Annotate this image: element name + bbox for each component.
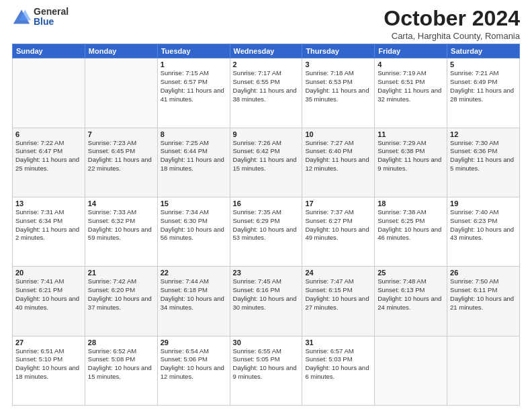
day-number: 12: [450, 130, 517, 138]
calendar-cell: 28 Sunrise: 6:52 AM Sunset: 5:08 PM Dayl…: [85, 336, 157, 405]
day-info: Sunrise: 7:19 AM Sunset: 6:51 PM Dayligh…: [378, 69, 444, 103]
daylight-text: Daylight: 10 hours and 56 minutes.: [161, 226, 224, 242]
calendar-cell: 14 Sunrise: 7:33 AM Sunset: 6:32 PM Dayl…: [85, 197, 157, 266]
daylight-text: Daylight: 10 hours and 24 minutes.: [378, 295, 441, 311]
day-number: 9: [233, 130, 300, 138]
day-info: Sunrise: 7:23 AM Sunset: 6:45 PM Dayligh…: [88, 139, 154, 173]
daylight-text: Daylight: 10 hours and 43 minutes.: [450, 226, 514, 242]
calendar-week-row: 13 Sunrise: 7:31 AM Sunset: 6:34 PM Dayl…: [13, 197, 520, 266]
calendar-cell: 22 Sunrise: 7:44 AM Sunset: 6:18 PM Dayl…: [157, 267, 230, 336]
sunrise-text: Sunrise: 7:18 AM: [305, 69, 353, 77]
day-info: Sunrise: 7:48 AM Sunset: 6:13 PM Dayligh…: [378, 277, 444, 312]
calendar-cell: 4 Sunrise: 7:19 AM Sunset: 6:51 PM Dayli…: [375, 58, 447, 128]
daylight-text: Daylight: 10 hours and 12 minutes.: [161, 364, 224, 380]
daylight-text: Daylight: 11 hours and 18 minutes.: [161, 156, 224, 172]
calendar-cell: 30 Sunrise: 6:55 AM Sunset: 5:05 PM Dayl…: [230, 336, 302, 405]
calendar-cell: [447, 336, 520, 405]
sunset-text: Sunset: 6:32 PM: [88, 217, 135, 224]
day-info: Sunrise: 6:51 AM Sunset: 5:10 PM Dayligh…: [15, 347, 82, 381]
calendar-cell: 7 Sunrise: 7:23 AM Sunset: 6:45 PM Dayli…: [85, 128, 157, 197]
daylight-text: Daylight: 10 hours and 49 minutes.: [305, 226, 369, 242]
daylight-text: Daylight: 11 hours and 28 minutes.: [450, 87, 514, 103]
calendar-cell: [85, 58, 157, 128]
sunrise-text: Sunrise: 7:35 AM: [233, 208, 281, 216]
sunrise-text: Sunrise: 7:27 AM: [305, 139, 353, 146]
day-info: Sunrise: 7:33 AM Sunset: 6:32 PM Dayligh…: [88, 208, 154, 242]
daylight-text: Daylight: 10 hours and 46 minutes.: [378, 226, 441, 242]
sunrise-text: Sunrise: 7:33 AM: [88, 208, 136, 216]
sunrise-text: Sunrise: 7:47 AM: [305, 277, 353, 285]
sunrise-text: Sunrise: 7:23 AM: [88, 139, 136, 146]
daylight-text: Daylight: 10 hours and 37 minutes.: [88, 295, 152, 311]
calendar-cell: 27 Sunrise: 6:51 AM Sunset: 5:10 PM Dayl…: [13, 336, 85, 405]
sunrise-text: Sunrise: 7:17 AM: [233, 69, 281, 77]
day-number: 26: [450, 269, 517, 277]
daylight-text: Daylight: 11 hours and 2 minutes.: [15, 226, 79, 242]
logo-icon: [12, 7, 31, 26]
sunset-text: Sunset: 6:40 PM: [305, 147, 352, 154]
sunrise-text: Sunrise: 7:40 AM: [450, 208, 498, 216]
day-number: 11: [378, 130, 444, 138]
day-info: Sunrise: 7:42 AM Sunset: 6:20 PM Dayligh…: [88, 277, 154, 312]
daylight-text: Daylight: 10 hours and 21 minutes.: [450, 295, 514, 311]
header: General Blue October 2024 Carta, Harghit…: [12, 7, 520, 41]
sunrise-text: Sunrise: 6:54 AM: [161, 347, 209, 355]
sunset-text: Sunset: 6:42 PM: [233, 147, 280, 154]
sunset-text: Sunset: 5:08 PM: [88, 355, 135, 363]
day-of-week-header: Wednesday: [230, 44, 302, 58]
sunset-text: Sunset: 5:05 PM: [233, 355, 280, 363]
day-info: Sunrise: 7:22 AM Sunset: 6:47 PM Dayligh…: [15, 139, 82, 173]
sunrise-text: Sunrise: 7:19 AM: [378, 69, 426, 77]
calendar-header-row: SundayMondayTuesdayWednesdayThursdayFrid…: [13, 44, 520, 58]
sunrise-text: Sunrise: 7:37 AM: [305, 208, 353, 216]
day-number: 2: [233, 60, 300, 68]
calendar-cell: 18 Sunrise: 7:38 AM Sunset: 6:25 PM Dayl…: [375, 197, 447, 266]
day-of-week-header: Monday: [85, 44, 157, 58]
day-info: Sunrise: 7:38 AM Sunset: 6:25 PM Dayligh…: [378, 208, 444, 242]
day-info: Sunrise: 7:15 AM Sunset: 6:57 PM Dayligh…: [161, 69, 227, 103]
day-info: Sunrise: 7:44 AM Sunset: 6:18 PM Dayligh…: [161, 277, 227, 312]
day-info: Sunrise: 7:37 AM Sunset: 6:27 PM Dayligh…: [305, 208, 371, 242]
day-number: 21: [88, 269, 154, 277]
day-number: 24: [305, 269, 371, 277]
calendar-cell: 12 Sunrise: 7:30 AM Sunset: 6:36 PM Dayl…: [447, 128, 520, 197]
day-number: 17: [305, 199, 371, 208]
daylight-text: Daylight: 10 hours and 40 minutes.: [15, 295, 79, 311]
day-info: Sunrise: 7:27 AM Sunset: 6:40 PM Dayligh…: [305, 139, 371, 173]
sunset-text: Sunset: 6:51 PM: [378, 78, 425, 85]
sunrise-text: Sunrise: 7:25 AM: [161, 139, 209, 146]
sunset-text: Sunset: 5:06 PM: [161, 355, 208, 363]
day-number: 5: [450, 60, 517, 68]
day-of-week-header: Sunday: [13, 44, 85, 58]
daylight-text: Daylight: 11 hours and 12 minutes.: [305, 156, 369, 172]
day-number: 27: [15, 338, 82, 347]
sunset-text: Sunset: 6:55 PM: [233, 78, 280, 85]
day-number: 31: [305, 338, 371, 347]
calendar-cell: 16 Sunrise: 7:35 AM Sunset: 6:29 PM Dayl…: [230, 197, 302, 266]
sunset-text: Sunset: 6:30 PM: [161, 217, 208, 224]
calendar-cell: 26 Sunrise: 7:50 AM Sunset: 6:11 PM Dayl…: [447, 267, 520, 336]
day-info: Sunrise: 6:55 AM Sunset: 5:05 PM Dayligh…: [233, 347, 300, 381]
daylight-text: Daylight: 11 hours and 15 minutes.: [233, 156, 297, 172]
day-of-week-header: Friday: [375, 44, 447, 58]
sunset-text: Sunset: 6:27 PM: [305, 217, 352, 224]
day-number: 6: [15, 130, 82, 138]
calendar-cell: 17 Sunrise: 7:37 AM Sunset: 6:27 PM Dayl…: [302, 197, 375, 266]
logo-text: General Blue: [34, 7, 69, 28]
calendar-cell: 13 Sunrise: 7:31 AM Sunset: 6:34 PM Dayl…: [13, 197, 85, 266]
sunset-text: Sunset: 6:29 PM: [233, 217, 280, 224]
day-info: Sunrise: 6:54 AM Sunset: 5:06 PM Dayligh…: [161, 347, 227, 381]
sunset-text: Sunset: 6:53 PM: [305, 78, 352, 85]
day-number: 28: [88, 338, 154, 347]
day-info: Sunrise: 6:52 AM Sunset: 5:08 PM Dayligh…: [88, 347, 154, 381]
day-info: Sunrise: 7:34 AM Sunset: 6:30 PM Dayligh…: [161, 208, 227, 242]
calendar-cell: 20 Sunrise: 7:41 AM Sunset: 6:21 PM Dayl…: [13, 267, 85, 336]
day-info: Sunrise: 7:41 AM Sunset: 6:21 PM Dayligh…: [15, 277, 82, 312]
day-number: 3: [305, 60, 371, 68]
day-of-week-header: Tuesday: [157, 44, 230, 58]
day-number: 20: [15, 269, 82, 277]
calendar-cell: 19 Sunrise: 7:40 AM Sunset: 6:23 PM Dayl…: [447, 197, 520, 266]
day-number: 25: [378, 269, 444, 277]
sunset-text: Sunset: 6:18 PM: [161, 286, 208, 293]
calendar-cell: 11 Sunrise: 7:29 AM Sunset: 6:38 PM Dayl…: [375, 128, 447, 197]
